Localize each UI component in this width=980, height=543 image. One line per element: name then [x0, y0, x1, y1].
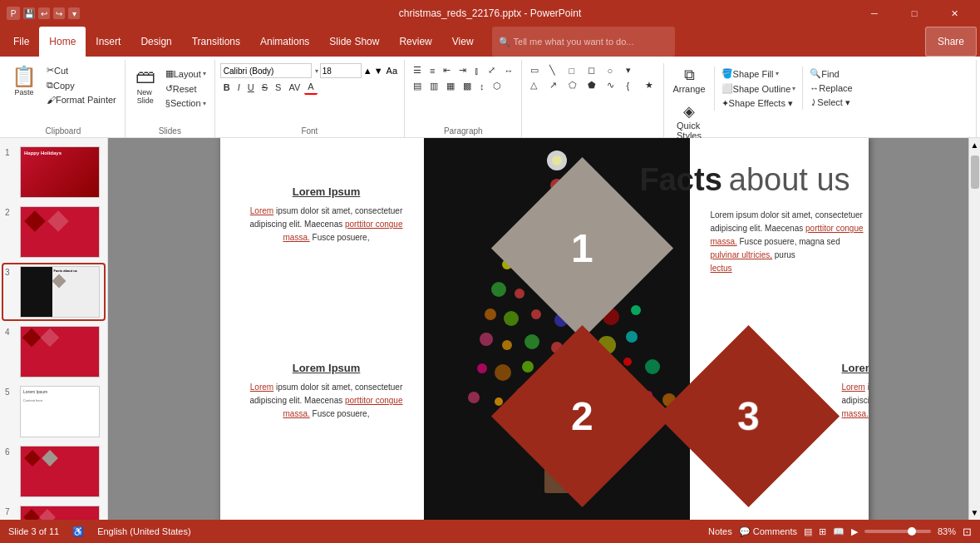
- vertical-scrollbar[interactable]: ▲ ▼: [968, 138, 980, 520]
- notes-button[interactable]: Notes: [708, 526, 732, 536]
- scroll-thumb[interactable]: [971, 155, 979, 189]
- scroll-down-button[interactable]: ▼: [968, 506, 980, 520]
- bold-button[interactable]: B: [220, 81, 234, 94]
- quick-styles-button[interactable]: ◈ QuickStyles: [667, 99, 710, 144]
- undo-icon[interactable]: ↩: [38, 7, 50, 19]
- align-center-button[interactable]: ▥: [426, 79, 441, 93]
- slide-thumb-6[interactable]: 6: [3, 444, 104, 499]
- reading-view-button[interactable]: 📖: [833, 526, 845, 537]
- font-spacing-button[interactable]: AV: [285, 81, 303, 94]
- text-align-button[interactable]: ↔: [500, 63, 516, 77]
- font-size-input[interactable]: [320, 63, 362, 78]
- slideshow-button[interactable]: ▶: [851, 526, 858, 537]
- zoom-thumb[interactable]: [908, 527, 916, 536]
- shape-line[interactable]: ╲: [546, 63, 564, 77]
- arrange-button[interactable]: ⧉ Arrange: [667, 63, 710, 97]
- align-left-button[interactable]: ▤: [410, 79, 425, 93]
- shape-rect[interactable]: ▭: [527, 63, 545, 77]
- right-bottom-link: Lorem: [842, 383, 865, 392]
- shape-tri[interactable]: △: [527, 78, 545, 92]
- strikethrough-button[interactable]: S: [259, 81, 271, 94]
- menu-review[interactable]: Review: [389, 27, 441, 57]
- column-button[interactable]: ⫿: [471, 63, 483, 77]
- slide-sorter-button[interactable]: ⊞: [819, 526, 826, 537]
- indent-less-button[interactable]: ⇤: [440, 63, 454, 77]
- indent-more-button[interactable]: ⇥: [456, 63, 470, 77]
- numbering-button[interactable]: ≡: [426, 63, 438, 77]
- slide-thumb-7[interactable]: 7: [3, 504, 104, 520]
- section-button[interactable]: § Section ▾: [162, 96, 209, 110]
- shape-oval[interactable]: ○: [603, 63, 622, 77]
- reset-button[interactable]: ↺ Reset: [162, 81, 209, 96]
- replace-button[interactable]: ↔ Replace: [806, 81, 855, 95]
- menu-slideshow[interactable]: Slide Show: [319, 27, 389, 57]
- slide-thumb-2[interactable]: 2: [3, 205, 104, 259]
- menu-transitions[interactable]: Transitions: [182, 27, 250, 57]
- underline-button[interactable]: U: [244, 81, 258, 94]
- shape-fill-button[interactable]: 🪣 Shape Fill ▾: [718, 67, 800, 81]
- shape-rect2[interactable]: □: [565, 63, 584, 77]
- customize-icon[interactable]: ▾: [68, 7, 80, 19]
- slide-thumb-4[interactable]: 4: [3, 324, 104, 379]
- maximize-button[interactable]: □: [895, 0, 933, 27]
- diamond-3-number: 3: [737, 393, 760, 439]
- text-direction-button[interactable]: ⤢: [485, 63, 499, 77]
- zoom-slider[interactable]: [864, 530, 931, 533]
- shape-brace[interactable]: {: [623, 78, 641, 92]
- shape-more[interactable]: ▾: [623, 63, 641, 77]
- tell-me-input[interactable]: Tell me what you want to do...: [514, 37, 634, 47]
- zoom-fit-button[interactable]: ⊡: [963, 526, 972, 538]
- minimize-button[interactable]: ─: [855, 0, 894, 27]
- menu-file[interactable]: File: [3, 27, 39, 57]
- font-size-up-button[interactable]: ▲: [363, 66, 372, 76]
- window-title: christmas_reds_22176.pptx - PowerPoint: [399, 7, 581, 19]
- comments-button[interactable]: 💬 Comments: [739, 526, 797, 537]
- font-name-dropdown[interactable]: ▾: [315, 67, 318, 75]
- menu-animations[interactable]: Animations: [250, 27, 319, 57]
- menu-insert[interactable]: Insert: [86, 27, 131, 57]
- shadow-button[interactable]: S: [272, 81, 284, 94]
- align-right-button[interactable]: ▦: [443, 79, 458, 93]
- slide-thumb-1[interactable]: 1 Happy Holidays: [3, 145, 104, 200]
- layout-icon: ▦: [165, 68, 174, 79]
- shape-callout[interactable]: ⬟: [584, 78, 603, 92]
- select-button[interactable]: ⤸ Select ▾: [806, 96, 855, 110]
- shape-round[interactable]: ◻: [584, 63, 603, 77]
- shape-arrow[interactable]: ↗: [546, 78, 564, 92]
- normal-view-button[interactable]: ▤: [804, 526, 812, 537]
- find-button[interactable]: 🔍 Find: [806, 67, 855, 81]
- copy-button[interactable]: ⧉ Copy: [43, 78, 120, 92]
- clear-formatting-button[interactable]: Aa: [385, 64, 399, 77]
- menu-design[interactable]: Design: [131, 27, 181, 57]
- font-name-input[interactable]: [220, 63, 312, 78]
- menu-home[interactable]: Home: [39, 27, 86, 57]
- slide-thumb-5[interactable]: 5 Lorem Ipsum Content here: [3, 384, 104, 439]
- share-button[interactable]: Share: [925, 27, 977, 57]
- bullets-button[interactable]: ☰: [410, 63, 425, 77]
- slide-panel[interactable]: 1 Happy Holidays 2 3: [0, 138, 108, 520]
- format-painter-button[interactable]: 🖌 Format Painter: [43, 93, 120, 106]
- shape-effects-button[interactable]: ✦ Shape Effects ▾: [718, 96, 800, 111]
- save-icon[interactable]: 💾: [23, 7, 35, 19]
- font-color-button[interactable]: A: [304, 80, 317, 95]
- menu-view[interactable]: View: [442, 27, 484, 57]
- shape-curve[interactable]: ∿: [603, 78, 622, 92]
- ribbon: 📋 Paste ✂ Cut ⧉ Copy 🖌 Format Painter Cl…: [0, 57, 980, 138]
- shape-pentagon[interactable]: ⬠: [565, 78, 584, 92]
- italic-button[interactable]: I: [234, 81, 244, 94]
- slide-thumb-3[interactable]: 3 Facts about us: [3, 264, 104, 319]
- accessibility-icon[interactable]: ♿: [72, 526, 84, 537]
- font-size-down-button[interactable]: ▼: [374, 66, 383, 76]
- redo-icon[interactable]: ↪: [53, 7, 65, 19]
- paste-button[interactable]: 📋 Paste: [7, 63, 42, 100]
- scroll-up-button[interactable]: ▲: [968, 138, 980, 152]
- layout-button[interactable]: ▦ Layout ▾: [162, 67, 209, 81]
- justify-button[interactable]: ▩: [460, 79, 475, 93]
- smartart-button[interactable]: ⬡: [490, 79, 505, 93]
- new-slide-button[interactable]: 🗃 NewSlide: [131, 63, 160, 108]
- shape-star[interactable]: ★: [642, 78, 660, 92]
- line-spacing-button[interactable]: ↕: [476, 79, 488, 93]
- shape-outline-button[interactable]: ⬜ Shape Outline ▾: [718, 81, 800, 96]
- cut-button[interactable]: ✂ Cut: [43, 63, 120, 77]
- close-button[interactable]: ✕: [935, 0, 973, 27]
